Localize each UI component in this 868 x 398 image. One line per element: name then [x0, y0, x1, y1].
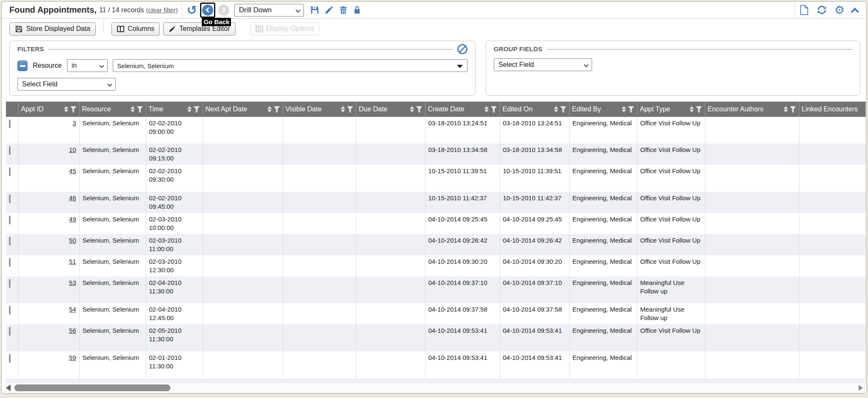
column-label: Edited By — [572, 105, 620, 113]
sort-icon[interactable] — [410, 106, 414, 112]
scrollbar-thumb[interactable] — [14, 384, 170, 391]
filter-funnel-icon[interactable] — [194, 106, 200, 113]
cell-create_date: 03-18-2010 13:34:58 — [425, 144, 500, 165]
sort-icon[interactable] — [341, 106, 345, 112]
appt-id-link[interactable]: 46 — [69, 194, 76, 202]
cell-time: 02-02-201009:30:00 — [146, 165, 203, 192]
cell-check — [6, 165, 18, 192]
appt-id-link[interactable]: 53 — [69, 279, 76, 286]
filter-funnel-icon[interactable] — [347, 106, 353, 113]
row-checkbox[interactable] — [9, 354, 11, 363]
cell-next_apt_date — [203, 303, 283, 324]
column-header-edited_by[interactable]: Edited By — [569, 102, 637, 117]
sort-icon[interactable] — [554, 106, 558, 112]
column-header-next_apt_date[interactable]: Next Apt Date — [203, 102, 283, 117]
scroll-right-icon[interactable] — [859, 385, 863, 391]
sort-icon[interactable] — [187, 106, 192, 112]
table-row: 53Selenium, Selenium02-04-201011:30:0004… — [6, 276, 865, 303]
column-header-encounter_authors[interactable]: Encounter Authors — [705, 102, 799, 117]
column-header-visible_date[interactable]: Visible Date — [283, 102, 356, 117]
filter-value-select[interactable]: Selenium, Selenium — [113, 59, 467, 72]
remove-filter-icon[interactable] — [17, 61, 28, 71]
appt-id-link[interactable]: 3 — [72, 119, 76, 127]
sort-icon[interactable] — [622, 106, 626, 112]
filter-funnel-icon[interactable] — [70, 106, 77, 113]
row-checkbox[interactable] — [9, 216, 11, 224]
column-header-appt_type[interactable]: Appt Type — [637, 102, 705, 117]
filter-funnel-icon[interactable] — [560, 106, 567, 113]
collapse-icon[interactable] — [851, 8, 859, 16]
cell-edited_on: 10-15-2010 11:39:51 — [500, 165, 569, 192]
filter-funnel-icon[interactable] — [790, 106, 796, 113]
cell-edited_on: 10-15-2010 11:42:37 — [500, 192, 569, 213]
appt-id-link[interactable]: 50 — [69, 237, 76, 244]
cell-edited_by: Engineering, Medical — [569, 324, 637, 351]
refresh-icon[interactable] — [816, 5, 827, 15]
row-checkbox[interactable] — [9, 237, 11, 246]
delete-view-icon[interactable] — [339, 5, 348, 15]
cell-id: 53 — [18, 276, 79, 303]
view-select[interactable]: Drill Down — [234, 4, 304, 17]
save-view-icon[interactable] — [310, 5, 320, 15]
column-header-edited_on[interactable]: Edited On — [500, 102, 569, 117]
cell-linked_encounters — [799, 165, 865, 192]
cell-appt_type: Meaningful Use Follow up — [637, 276, 705, 303]
sort-icon[interactable] — [784, 106, 788, 112]
settings-gear-icon[interactable]: ⚙ — [835, 5, 845, 16]
column-header-time[interactable]: Time — [146, 102, 203, 117]
row-checkbox[interactable] — [9, 279, 11, 288]
sort-icon[interactable] — [131, 106, 135, 112]
appt-id-link[interactable]: 59 — [69, 354, 76, 361]
display-options-button[interactable]: Display Options — [250, 22, 320, 36]
cell-edited_by: Engineering, Medical — [569, 276, 637, 303]
cell-id: 59 — [18, 351, 79, 379]
appt-id-link[interactable]: 54 — [69, 306, 76, 313]
clear-filters-icon[interactable] — [457, 44, 467, 54]
undo-icon[interactable]: ↺ — [186, 5, 197, 16]
header-select-all[interactable] — [6, 102, 18, 117]
row-checkbox[interactable] — [9, 146, 11, 155]
new-document-icon[interactable] — [799, 5, 809, 15]
appt-id-link[interactable]: 49 — [69, 216, 76, 223]
row-checkbox[interactable] — [9, 119, 11, 128]
column-header-id[interactable]: Appt ID — [18, 102, 79, 117]
appt-id-link[interactable]: 45 — [69, 167, 76, 174]
clear-filter-link[interactable]: (clear filter) — [146, 6, 178, 14]
go-back-icon[interactable] — [202, 5, 213, 16]
appt-id-link[interactable]: 10 — [69, 146, 76, 153]
cell-appt_type: Office Visit Follow Up — [637, 144, 705, 165]
filter-operator-select[interactable]: in — [67, 59, 108, 72]
row-checkbox[interactable] — [9, 306, 11, 315]
store-displayed-data-button[interactable]: Store Displayed Data — [9, 22, 96, 36]
filter-funnel-icon[interactable] — [491, 106, 497, 113]
filter-funnel-icon[interactable] — [137, 106, 143, 113]
cell-resource: Selenium, Selenium — [79, 117, 146, 144]
cell-encounter_authors — [705, 234, 799, 255]
go-forward-icon[interactable] — [218, 5, 229, 16]
column-header-create_date[interactable]: Create Date — [425, 102, 500, 117]
columns-button[interactable]: Columns — [111, 22, 160, 36]
row-checkbox[interactable] — [9, 327, 11, 336]
sort-icon[interactable] — [267, 106, 272, 112]
appt-id-link[interactable]: 51 — [69, 258, 76, 265]
appt-id-link[interactable]: 56 — [69, 327, 76, 334]
filter-funnel-icon[interactable] — [416, 106, 423, 113]
edit-view-icon[interactable] — [324, 5, 334, 15]
row-checkbox[interactable] — [9, 258, 11, 267]
cell-edited_on: 04-10-2014 09:53:41 — [500, 324, 569, 351]
sort-icon[interactable] — [484, 106, 489, 112]
add-filter-field-select[interactable]: Select Field — [17, 78, 116, 91]
sort-icon[interactable] — [690, 106, 694, 112]
sort-icon[interactable] — [64, 106, 68, 112]
scroll-left-icon[interactable] — [6, 384, 11, 391]
divider — [182, 2, 182, 18]
row-checkbox[interactable] — [9, 167, 11, 176]
lock-view-icon[interactable] — [353, 5, 362, 15]
group-field-select[interactable]: Select Field — [494, 58, 592, 71]
filter-funnel-icon[interactable] — [628, 106, 634, 113]
filter-funnel-icon[interactable] — [274, 106, 280, 113]
filter-funnel-icon[interactable] — [696, 106, 702, 113]
column-header-due_date[interactable]: Due Date — [356, 102, 425, 117]
column-header-resource[interactable]: Resource — [79, 102, 146, 117]
row-checkbox[interactable] — [9, 194, 11, 203]
